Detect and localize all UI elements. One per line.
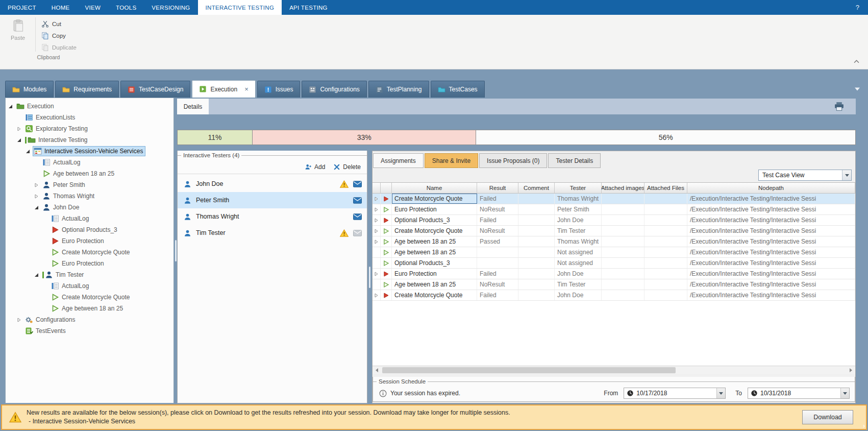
tree-item-create-motorcycle-quote[interactable]: Create Motorcycle Quote: [6, 292, 173, 303]
tree-item-john-doe[interactable]: John Doe: [6, 202, 173, 213]
table-row[interactable]: Create Motorcycle QuoteNoResultTim Teste…: [373, 226, 855, 236]
tree-item-interactive-session-vehicle-services[interactable]: Interactive Session-Vehicle Services: [6, 146, 173, 157]
table-row[interactable]: Age between 18 an 25NoResultTim Tester/E…: [373, 279, 855, 290]
table-row[interactable]: Optional Products_3Not assigned/Executio…: [373, 258, 855, 269]
menu-item-home[interactable]: HOME: [44, 0, 78, 15]
download-button[interactable]: Download: [802, 410, 853, 424]
expander-expanded-icon[interactable]: [8, 104, 14, 109]
tree-item-euro-protection[interactable]: Euro Protection: [6, 258, 173, 269]
tab-requirements[interactable]: Requirements: [55, 81, 119, 98]
menu-item-interactive-testing[interactable]: INTERACTIVE TESTING: [198, 0, 282, 15]
scrollbar-thumb[interactable]: [382, 367, 676, 373]
tree-item-execution[interactable]: Execution: [6, 101, 173, 112]
table-row[interactable]: Create Motorcycle QuoteFailedJohn Doe/Ex…: [373, 290, 855, 301]
tree-item-actuallog[interactable]: ActualLog: [6, 280, 173, 292]
expander-collapsed-icon[interactable]: [34, 182, 40, 187]
close-icon[interactable]: ×: [244, 86, 249, 92]
tree-item-executionlists[interactable]: ExecutionLists: [6, 112, 173, 123]
tab-issue-proposals-0[interactable]: Issue Proposals (0): [479, 153, 547, 168]
tab-testplanning[interactable]: TestPlanning: [368, 81, 429, 98]
help-button[interactable]: ?: [847, 0, 868, 15]
tree-item-actuallog[interactable]: ActualLog: [6, 213, 173, 224]
tree-item-thomas-wright[interactable]: Thomas Wright: [6, 190, 173, 202]
table-row[interactable]: Age between 18 an 25PassedThomas Wright/…: [373, 236, 855, 247]
tree-item-euro-protection[interactable]: Euro Protection: [6, 235, 173, 247]
column-header-tester[interactable]: Tester: [555, 183, 602, 193]
tree-item-configurations[interactable]: Configurations: [6, 314, 173, 325]
tester-item-john-doe[interactable]: John Doe: [178, 176, 367, 192]
expander-expanded-icon[interactable]: [26, 149, 32, 154]
duplicate-button[interactable]: Duplicate: [38, 41, 80, 53]
horizontal-scrollbar[interactable]: [373, 366, 855, 374]
tab-testcasedesign[interactable]: TestCaseDesign: [120, 81, 190, 98]
tree-item-peter-smith[interactable]: Peter Smith: [6, 179, 173, 190]
tab-tester-details[interactable]: Tester Details: [548, 153, 601, 168]
expander-collapsed-icon[interactable]: [17, 317, 23, 322]
tab-modules[interactable]: Modules: [5, 81, 54, 98]
row-expander-icon[interactable]: [374, 218, 379, 223]
table-row[interactable]: Euro ProtectionNoResultPeter Smith/Execu…: [373, 204, 855, 215]
tab-execution[interactable]: Execution×: [192, 80, 255, 98]
menu-item-tools[interactable]: TOOLS: [108, 0, 144, 15]
row-expander-icon[interactable]: [374, 272, 379, 276]
menu-item-view[interactable]: VIEW: [77, 0, 108, 15]
tree-item-interactive-testing[interactable]: Interactive Testing: [6, 134, 173, 146]
tab-assignments[interactable]: Assignments: [373, 153, 424, 168]
table-row[interactable]: Optional Products_3FailedJohn Doe/Execut…: [373, 215, 855, 226]
column-header-result[interactable]: Result: [477, 183, 518, 193]
tree-item-age-between-18-an-25[interactable]: Age between 18 an 25: [6, 303, 173, 314]
tree-item-actuallog[interactable]: ActualLog: [6, 157, 173, 168]
column-header-attached-images[interactable]: Attached images: [602, 183, 644, 193]
expander-expanded-icon[interactable]: [17, 137, 23, 142]
tester-item-thomas-wright[interactable]: Thomas Wright: [178, 208, 367, 225]
to-date-picker[interactable]: 10/31/2018: [748, 388, 850, 399]
paste-button[interactable]: Paste: [3, 16, 33, 41]
tester-item-peter-smith[interactable]: Peter Smith: [178, 192, 367, 208]
tab-list-dropdown[interactable]: [855, 85, 860, 89]
tester-item-tim-tester[interactable]: Tim Tester: [178, 225, 367, 241]
menu-item-project[interactable]: PROJECT: [0, 0, 44, 15]
row-expander-icon[interactable]: [374, 293, 379, 298]
tab-details[interactable]: Details: [177, 99, 209, 114]
row-expander-icon[interactable]: [374, 240, 379, 244]
menu-item-api-testing[interactable]: API TESTING: [282, 0, 335, 15]
scroll-left-button[interactable]: [373, 366, 381, 374]
column-header-comment[interactable]: Comment: [518, 183, 555, 193]
from-date-picker[interactable]: 10/17/2018: [624, 388, 726, 399]
view-select[interactable]: Test Case View: [758, 170, 852, 181]
tree-item-create-motorcycle-quote[interactable]: Create Motorcycle Quote: [6, 247, 173, 258]
tree-item-age-between-18-an-25[interactable]: Age between 18 an 25: [6, 168, 173, 179]
column-header-attached-files[interactable]: Attached Files: [644, 183, 687, 193]
scrollbar-track[interactable]: [381, 366, 847, 374]
row-expander-icon[interactable]: [374, 197, 379, 201]
from-date-dropdown[interactable]: [716, 388, 725, 398]
table-row[interactable]: Age between 18 an 25Not assigned/Executi…: [373, 247, 855, 258]
tab-issues[interactable]: Issues: [257, 81, 301, 98]
tree-item-testevents[interactable]: TestEvents: [6, 325, 173, 337]
column-header-nodepath[interactable]: Nodepath: [687, 183, 855, 193]
expander-expanded-icon[interactable]: [34, 272, 40, 277]
tab-share-invite[interactable]: Share & Invite: [425, 153, 478, 168]
tree-item-exploratory-testing[interactable]: Exploratory Testing: [6, 123, 173, 134]
print-button[interactable]: [834, 102, 845, 111]
tab-configurations[interactable]: Configurations: [302, 81, 366, 98]
panel-splitter[interactable]: [367, 151, 372, 403]
expander-collapsed-icon[interactable]: [17, 126, 23, 131]
row-expander-icon[interactable]: [374, 229, 379, 233]
scroll-right-button[interactable]: [847, 366, 855, 374]
delete-tester-button[interactable]: Delete: [333, 163, 361, 171]
column-header-name[interactable]: Name: [392, 183, 477, 193]
expand-corner-icon[interactable]: ›: [863, 423, 865, 429]
menu-item-versioning[interactable]: VERSIONING: [144, 0, 197, 15]
add-tester-button[interactable]: Add: [305, 163, 325, 171]
table-row[interactable]: Create Motorcycle QuoteFailedThomas Wrig…: [373, 194, 855, 204]
tree-item-optional-products-3[interactable]: Optional Products_3: [6, 224, 173, 235]
tab-testcases[interactable]: TestCases: [431, 81, 485, 98]
cut-button[interactable]: Cut: [38, 18, 80, 30]
copy-button[interactable]: Copy: [38, 30, 80, 41]
view-select-arrow[interactable]: [842, 170, 851, 180]
tree-item-tim-tester[interactable]: Tim Tester: [6, 269, 173, 280]
to-date-dropdown[interactable]: [840, 388, 849, 398]
table-row[interactable]: Euro ProtectionFailedJohn Doe/Execution/…: [373, 269, 855, 279]
expander-collapsed-icon[interactable]: [34, 194, 40, 199]
